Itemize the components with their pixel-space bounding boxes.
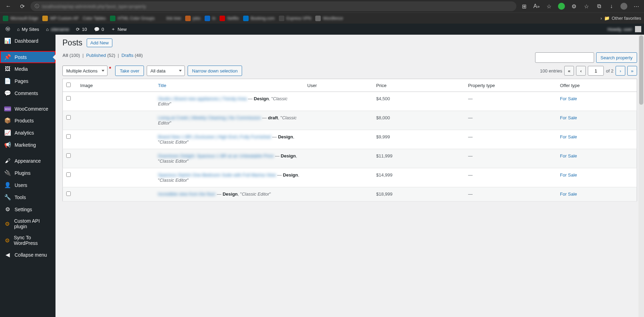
table-row: Brand New 1 BR | Exclusive | High End | …: [63, 130, 637, 149]
narrow-selection-button[interactable]: Narrow down selection: [188, 66, 242, 76]
col-property-type: Property type: [465, 79, 557, 92]
scrollbar-thumb[interactable]: [639, 35, 643, 105]
bookmark-item[interactable]: HTML Color Groups: [110, 16, 155, 21]
status-text: draft: [268, 115, 278, 120]
last-page-button[interactable]: »: [627, 66, 637, 76]
new-content[interactable]: ＋New: [108, 24, 129, 35]
back-button[interactable]: ←: [3, 1, 14, 11]
chevron-right-icon: ›: [600, 16, 602, 21]
row-checkbox[interactable]: [66, 172, 71, 177]
sidebar-item-users[interactable]: 👤Users: [0, 179, 55, 191]
bookmark-item[interactable]: Netflix: [220, 16, 239, 21]
updates-count[interactable]: ⟳10: [73, 24, 89, 35]
search-button[interactable]: Search property: [596, 52, 637, 63]
offer-type-link[interactable]: For Sale: [560, 96, 577, 101]
post-title-link[interactable]: Downtown Delight: Spacious 1 BR at an Un…: [158, 153, 274, 158]
sidebar-item-settings[interactable]: ⚙Settings: [0, 203, 55, 215]
all-data-dropdown[interactable]: All data: [147, 66, 185, 76]
collections-icon[interactable]: ⧉: [594, 1, 604, 11]
sidebar-item-dashboard[interactable]: 📊Dashboard: [0, 35, 55, 47]
select-all-checkbox[interactable]: [66, 83, 71, 87]
sidebar-label: Posts: [15, 54, 27, 60]
offer-type-link[interactable]: For Sale: [560, 134, 577, 139]
url-bar[interactable]: ⓘ localhost/wp/wp-admin/edit.php?post_ty…: [31, 1, 516, 11]
menu-icon[interactable]: ⋯: [632, 1, 641, 11]
bookmark-item[interactable]: Booking.com: [243, 16, 275, 21]
sidebar-item-posts[interactable]: 📌Posts: [0, 51, 55, 63]
collapse-icon: ◀: [4, 251, 11, 258]
comment-icon: 💬: [94, 27, 100, 32]
sidebar-item-woocommerce[interactable]: wooWooCommerce: [0, 103, 55, 114]
next-page-button[interactable]: ›: [616, 66, 625, 76]
first-page-button[interactable]: «: [564, 66, 574, 76]
avatar[interactable]: [635, 26, 641, 32]
bookmark-item[interactable]: link tree: [159, 16, 181, 21]
filter-drafts[interactable]: Drafts: [121, 53, 134, 58]
bookmark-item[interactable]: Wordfence: [315, 16, 343, 21]
extensions-icon[interactable]: ⚙: [569, 1, 579, 11]
offer-type-link[interactable]: For Sale: [560, 153, 577, 158]
offer-type-link[interactable]: For Sale: [560, 172, 577, 178]
row-checkbox[interactable]: [66, 96, 71, 101]
post-title-link[interactable]: Spacious Stylish One-Bedroom Suite with …: [158, 172, 276, 178]
my-sites[interactable]: ⌂My Sites: [14, 24, 42, 35]
offer-type-link[interactable]: For Sale: [560, 191, 577, 197]
sidebar-item-custom-api[interactable]: ⚙Custom API plugin: [0, 215, 55, 232]
bookmark-item[interactable]: jobs: [185, 16, 200, 21]
row-checkbox[interactable]: [66, 191, 71, 196]
site-home[interactable]: ⌂sitename: [43, 24, 72, 35]
search-input[interactable]: [535, 52, 594, 63]
read-aloud-icon[interactable]: A»: [532, 1, 541, 11]
sidebar-collapse[interactable]: ◀Collapse menu: [0, 249, 55, 261]
prev-page-button[interactable]: ‹: [576, 66, 586, 76]
bookmark-item[interactable]: Color Tables: [83, 16, 106, 21]
row-checkbox[interactable]: [66, 134, 71, 139]
sidebar-item-marketing[interactable]: 📢Marketing: [0, 139, 55, 151]
post-title-link[interactable]: Incredible view from the floor: [158, 191, 216, 197]
bookmark-item[interactable]: ln: [205, 16, 215, 21]
favorites-icon[interactable]: ☆: [582, 1, 591, 11]
sidebar-item-sync-wp[interactable]: ⚙Sync To WordPress: [0, 232, 55, 249]
bookmark-item[interactable]: Express VPN: [279, 16, 311, 21]
price-cell: $14,999: [373, 168, 465, 187]
row-checkbox[interactable]: [66, 115, 71, 120]
multiple-actions-dropdown[interactable]: Multiple Actions: [62, 66, 108, 76]
scrollbar[interactable]: [638, 35, 644, 317]
grammarly-icon[interactable]: [557, 1, 566, 11]
profile-icon[interactable]: [619, 1, 629, 11]
refresh-button[interactable]: ⟳: [17, 1, 28, 11]
red-dot-icon: ■: [109, 66, 111, 69]
filter-published[interactable]: Published: [86, 53, 106, 58]
filter-all-label[interactable]: All: [62, 53, 68, 58]
sidebar-item-pages[interactable]: 📄Pages: [0, 75, 55, 87]
entries-count: 100 entries: [540, 68, 562, 74]
sidebar-item-products[interactable]: 📦Products: [0, 114, 55, 127]
sidebar-item-plugins[interactable]: 🔌Plugins: [0, 167, 55, 179]
comments-count[interactable]: 💬0: [91, 24, 107, 35]
page-input[interactable]: [588, 66, 604, 76]
other-favorites[interactable]: › 📁 Other favorites: [600, 16, 641, 21]
sidebar-item-comments[interactable]: 💬Comments: [0, 87, 55, 99]
offer-type-link[interactable]: For Sale: [560, 115, 577, 120]
sidebar-item-media[interactable]: 🖼Media: [0, 63, 55, 75]
post-title-link[interactable]: Living at Creek | Weekly Cleaning | No C…: [158, 115, 261, 120]
post-title-link[interactable]: Studio | Brand new appliances | Trendy A…: [158, 96, 247, 101]
sidebar-item-tools[interactable]: 🔧Tools: [0, 191, 55, 203]
pagination: 100 entries « ‹ of 2 › »: [540, 66, 637, 76]
sidebar-item-analytics[interactable]: 📈Analytics: [0, 127, 55, 139]
col-title[interactable]: Title: [155, 79, 304, 92]
take-over-button[interactable]: Take over: [115, 66, 144, 76]
downloads-icon[interactable]: ↓: [607, 1, 616, 11]
favorite-star-icon[interactable]: ☆: [544, 1, 554, 11]
editor-text: Classic Editor: [160, 158, 187, 164]
col-price: Price: [373, 79, 465, 92]
grid-icon[interactable]: ⊞: [519, 1, 529, 11]
bookmark-item[interactable]: WP Custom AP: [42, 16, 78, 21]
bookmark-item[interactable]: Microsoft Edge: [3, 16, 38, 21]
pages-icon: 📄: [4, 78, 11, 84]
post-title-link[interactable]: Brand New 1 BR | Exclusive | High End | …: [158, 134, 271, 139]
row-checkbox[interactable]: [66, 153, 71, 158]
sidebar-item-appearance[interactable]: 🖌Appearance: [0, 155, 55, 167]
wp-logo[interactable]: ⓦ: [3, 24, 13, 35]
add-new-button[interactable]: Add New: [87, 38, 113, 47]
